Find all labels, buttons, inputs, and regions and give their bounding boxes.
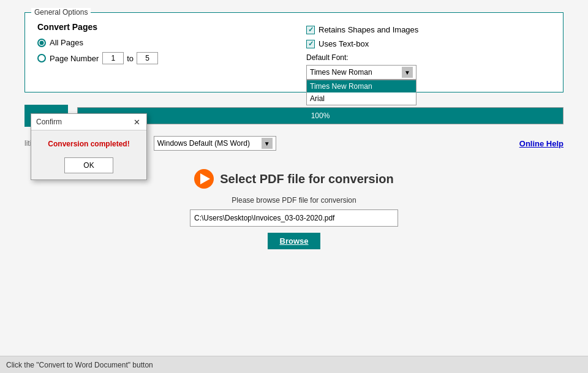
retains-shapes-label: Retains Shapes and Images	[318, 25, 418, 34]
dialog-close-button[interactable]: ✕	[132, 117, 141, 127]
retains-shapes-row: ✓ Retains Shapes and Images	[306, 25, 551, 34]
to-label: to	[127, 54, 134, 63]
left-options: Convert Pages All Pages Page Number to	[37, 22, 282, 80]
font-dropdown[interactable]: Times New Roman ▼	[306, 65, 417, 80]
retains-shapes-checkbox[interactable]: ✓	[306, 26, 315, 34]
options-layout: Convert Pages All Pages Page Number to	[37, 22, 551, 80]
dialog-body: Conversion completed! OK	[31, 130, 146, 179]
font-dropdown-value: Times New Roman	[310, 68, 372, 77]
doc-reader-dropdown[interactable]: Windows Default (MS Word) ▼	[154, 136, 276, 151]
dialog-titlebar: Confirm ✕	[31, 114, 146, 130]
page-number-label: Page Number	[50, 54, 99, 63]
page-from-input[interactable]	[102, 52, 124, 64]
all-pages-label: All Pages	[50, 38, 83, 47]
browse-label: Please browse PDF file for conversion	[232, 196, 356, 205]
uses-textbox-row: ✓ Uses Text-box	[306, 39, 551, 48]
online-help-link[interactable]: Online Help	[519, 139, 564, 148]
dialog-title: Confirm	[36, 118, 62, 126]
progress-bar-container: 100%	[77, 107, 564, 124]
font-dropdown-container: Times New Roman ▼ Times New Roman Arial	[306, 65, 417, 80]
general-options-legend: General Options	[31, 8, 91, 17]
main-container: General Options Convert Pages All Pages …	[0, 0, 588, 355]
select-pdf-title: Select PDF file for conversion	[220, 172, 393, 186]
page-number-row: Page Number to	[37, 52, 282, 64]
general-options-box: General Options Convert Pages All Pages …	[24, 12, 564, 92]
play-triangle	[200, 173, 210, 184]
browse-button[interactable]: Browse	[268, 233, 321, 249]
progress-bar-fill: 100%	[78, 108, 563, 124]
font-dropdown-list: Times New Roman Arial	[306, 80, 417, 105]
doc-reader-value: Windows Default (MS Word)	[157, 139, 250, 148]
dialog-message: Conversion completed!	[40, 140, 137, 148]
doc-reader-arrow: ▼	[262, 138, 273, 149]
font-option-arial[interactable]: Arial	[307, 92, 416, 105]
confirm-dialog: Confirm ✕ Conversion completed! OK	[31, 113, 147, 180]
font-option-times[interactable]: Times New Roman	[307, 80, 416, 92]
default-font-label: Default Font:	[306, 53, 551, 62]
dialog-ok-button[interactable]: OK	[64, 157, 113, 173]
page-to-input[interactable]	[137, 52, 158, 64]
status-text: Click the "Convert to Word Document" but…	[6, 361, 153, 369]
uses-textbox-label: Uses Text-box	[318, 39, 369, 48]
file-path-input[interactable]	[190, 209, 398, 227]
font-dropdown-arrow: ▼	[402, 67, 413, 78]
convert-pages-title: Convert Pages	[37, 22, 282, 32]
status-bar: Click the "Convert to Word Document" but…	[0, 356, 588, 373]
select-pdf-header: Select PDF file for conversion	[194, 169, 393, 189]
page-number-radio[interactable]	[37, 54, 46, 62]
all-pages-radio[interactable]	[37, 39, 46, 47]
all-pages-row: All Pages	[37, 38, 282, 47]
progress-percent: 100%	[311, 111, 330, 120]
play-icon	[194, 169, 214, 189]
uses-textbox-checkbox[interactable]: ✓	[306, 40, 315, 48]
page-range-inputs: to	[102, 52, 158, 64]
right-options: ✓ Retains Shapes and Images ✓ Uses Text-…	[306, 22, 551, 80]
